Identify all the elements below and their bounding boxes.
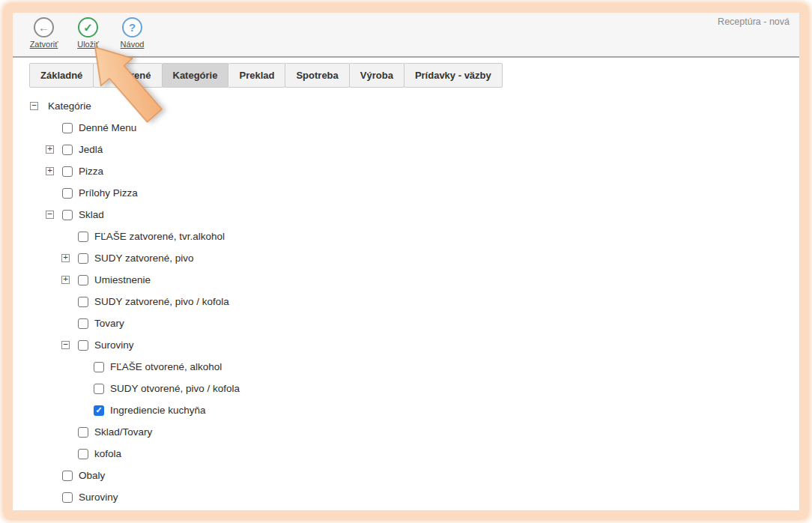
content-area: ZákladnéRozšírenéKategóriePrekladSpotreb…	[13, 58, 799, 508]
checkbox[interactable]	[62, 188, 73, 199]
tree-row: +Jedlá	[13, 139, 799, 160]
checkbox[interactable]	[78, 232, 88, 242]
tab-spotreba[interactable]: Spotreba	[285, 63, 349, 88]
question-icon: ?	[122, 17, 142, 37]
tree-row: −Sklad	[13, 204, 799, 226]
zatvorit-label: Zatvoriť	[30, 40, 58, 49]
expander-slot: +	[61, 276, 78, 284]
checkbox[interactable]	[78, 275, 88, 285]
collapse-minus-icon[interactable]: −	[46, 211, 54, 219]
tab-bar: ZákladnéRozšírenéKategóriePrekladSpotreb…	[29, 63, 799, 88]
toolbar: ←Zatvoriť✓Uložiť?NávodReceptúra - nová	[13, 13, 799, 58]
tree-row: Obaly	[13, 465, 799, 486]
tree-node-label: Prílohy Pizza	[79, 187, 138, 199]
checkbox[interactable]	[78, 449, 88, 459]
checkbox[interactable]	[62, 166, 73, 177]
tree-row: +Umiestnenie	[13, 269, 799, 291]
expand-plus-icon[interactable]: +	[46, 145, 54, 154]
tree-row: Tovary	[13, 312, 799, 334]
tree-node-label: kofola	[94, 448, 121, 459]
tree-row: FĽAŠE otvorené, alkohol	[13, 356, 799, 378]
tree-node-label: Ingrediencie kuchyňa	[110, 405, 206, 416]
tree-node-label: Suroviny	[79, 492, 118, 503]
page-title: Receptúra - nová	[718, 16, 790, 27]
tree-row: ✓Ingrediencie kuchyňa	[13, 399, 799, 421]
tree-node-label: Sklad	[79, 209, 104, 220]
expander-slot: +	[46, 167, 62, 175]
navod-button[interactable]: ?Návod	[110, 17, 154, 49]
ulozit-label: Uložiť	[77, 40, 99, 49]
tree-row: Sklad/Tovary	[13, 421, 799, 443]
tree-node-label: Kategórie	[48, 100, 91, 112]
tree-node-label: Pizza	[79, 166, 103, 177]
app-window: ←Zatvoriť✓Uložiť?NávodReceptúra - nová Z…	[13, 13, 799, 509]
tree-row: Prílohy Pizza	[13, 182, 799, 204]
expander-slot: −	[61, 341, 78, 349]
tree-node-label: FĽAŠE otvorené, alkohol	[110, 361, 222, 372]
expand-plus-icon[interactable]: +	[61, 276, 70, 284]
ulozit-button[interactable]: ✓Uložiť	[66, 17, 110, 49]
tree-row: kofola	[13, 443, 799, 465]
tab-kateg-rie[interactable]: Kategórie	[162, 63, 229, 88]
tree-row: SUDY otvorené, pivo / kofola	[13, 378, 799, 399]
tree-row: Suroviny	[13, 486, 799, 508]
collapse-minus-icon[interactable]: −	[61, 341, 70, 349]
arrow-left-icon: ←	[34, 17, 54, 37]
expand-plus-icon[interactable]: +	[46, 167, 54, 175]
tree-node-label: Sklad/Tovary	[94, 426, 152, 438]
tree-row: SUDY zatvorené, pivo / kofola	[13, 291, 799, 312]
expander-slot: +	[46, 145, 62, 154]
checkbox[interactable]	[94, 362, 104, 372]
checkbox[interactable]	[62, 492, 73, 503]
expander-slot: −	[46, 211, 62, 219]
navod-label: Návod	[121, 40, 145, 49]
checkbox[interactable]	[62, 145, 73, 155]
checkbox[interactable]	[78, 427, 88, 438]
tree-row: −Kategórie	[13, 95, 799, 117]
checkbox[interactable]	[62, 471, 73, 481]
checkbox[interactable]	[78, 340, 88, 351]
expand-plus-icon[interactable]: +	[61, 254, 70, 262]
checkbox-checked[interactable]: ✓	[94, 405, 104, 416]
tree-node-label: SUDY otvorené, pivo / kofola	[110, 383, 240, 394]
checkbox[interactable]	[62, 210, 73, 220]
check-icon: ✓	[78, 17, 98, 37]
tab-pr-davky-v-zby[interactable]: Prídavky - väzby	[404, 63, 503, 88]
tree-row: +SUDY zatvorené, pivo	[13, 247, 799, 269]
zatvorit-button[interactable]: ←Zatvoriť	[22, 17, 66, 49]
tab-v-roba[interactable]: Výroba	[349, 63, 405, 88]
checkbox[interactable]	[78, 253, 88, 264]
tree-node-label: FĽAŠE zatvorené, tvr.alkohol	[94, 231, 225, 242]
tree-node-label: SUDY zatvorené, pivo	[94, 253, 194, 264]
tree-node-label: Suroviny	[94, 339, 134, 351]
expander-slot: +	[61, 254, 78, 262]
tab-preklad[interactable]: Preklad	[228, 63, 285, 88]
collapse-minus-icon[interactable]: −	[30, 102, 38, 110]
tree-row: Denné Menu	[13, 117, 799, 139]
checkbox[interactable]	[78, 297, 88, 307]
tree-node-label: SUDY zatvorené, pivo / kofola	[94, 296, 229, 307]
tree-row: +Pizza	[13, 160, 799, 182]
tab-roz-ren-[interactable]: Rozšírené	[93, 63, 162, 88]
tree-row: FĽAŠE zatvorené, tvr.alkohol	[13, 226, 799, 247]
checkbox[interactable]	[94, 384, 104, 394]
tree-node-label: Denné Menu	[79, 122, 136, 133]
tree-node-label: Obaly	[79, 470, 105, 481]
checkbox[interactable]	[62, 123, 73, 133]
expander-slot: −	[30, 102, 46, 110]
category-tree: −KategórieDenné Menu+Jedlá+PizzaPrílohy …	[13, 95, 799, 508]
tab-z-kladn-[interactable]: Základné	[29, 63, 94, 88]
tree-node-label: Jedlá	[79, 144, 103, 155]
tree-node-label: Tovary	[94, 318, 124, 329]
tree-node-label: Umiestnenie	[94, 274, 151, 285]
tree-row: −Suroviny	[13, 334, 799, 356]
checkbox[interactable]	[78, 318, 88, 329]
